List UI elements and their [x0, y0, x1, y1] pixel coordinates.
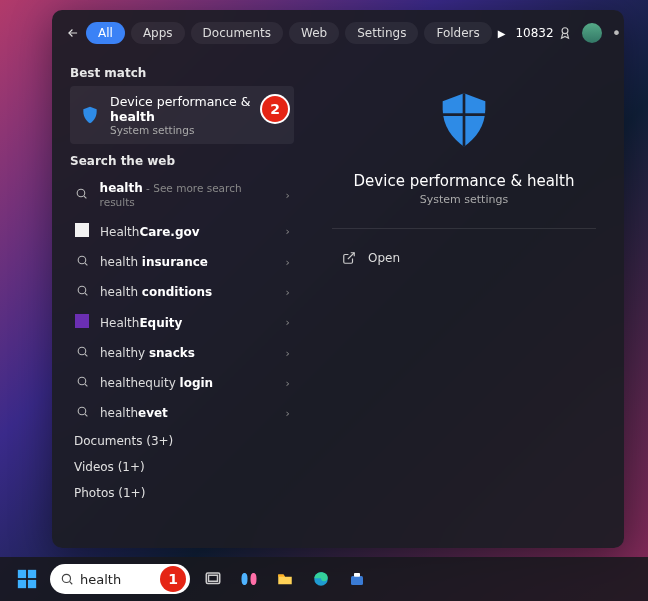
play-icon[interactable]: ▶: [498, 28, 506, 39]
chevron-right-icon: ›: [286, 286, 290, 299]
best-match-label: Best match: [70, 66, 304, 80]
web-result-item[interactable]: health conditions›: [70, 277, 294, 307]
svg-line-6: [85, 293, 87, 295]
svg-line-12: [85, 414, 87, 416]
avatar[interactable]: [582, 23, 602, 43]
svg-point-11: [78, 407, 86, 415]
search-icon: [74, 254, 90, 270]
tab-documents[interactable]: Documents: [191, 22, 283, 44]
best-match-title: Device performance & health: [110, 94, 284, 124]
detail-pane: Device performance & health System setti…: [304, 54, 624, 548]
svg-point-5: [78, 286, 86, 294]
start-button[interactable]: [14, 566, 40, 592]
web-result-item[interactable]: healthevet›: [70, 398, 294, 428]
tab-settings[interactable]: Settings: [345, 22, 418, 44]
results-column: Best match Device performance & health S…: [52, 54, 304, 548]
web-result-item[interactable]: healthy snacks›: [70, 338, 294, 368]
search-panel: All Apps Documents Web Settings Folders …: [52, 10, 624, 548]
web-result-text: healthy snacks: [100, 346, 195, 360]
chevron-right-icon: ›: [286, 347, 290, 360]
svg-line-8: [85, 354, 87, 356]
web-result-text: health conditions: [100, 285, 212, 299]
site-icon: [74, 314, 90, 331]
documents-group[interactable]: Documents (3+): [70, 428, 304, 454]
svg-rect-16: [18, 570, 26, 578]
shield-icon: [80, 105, 100, 125]
svg-rect-17: [28, 570, 36, 578]
copilot-icon[interactable]: [236, 566, 262, 592]
web-result-item[interactable]: health - See more search results›: [70, 174, 294, 216]
svg-line-4: [85, 263, 87, 265]
tab-all[interactable]: All: [86, 22, 125, 44]
taskbar: 1: [0, 557, 648, 601]
chevron-right-icon: ›: [286, 316, 290, 329]
videos-group[interactable]: Videos (1+): [70, 454, 304, 480]
search-icon: [74, 284, 90, 300]
rewards-icon: [558, 26, 572, 40]
svg-rect-25: [351, 576, 363, 585]
rewards-points[interactable]: 10832: [515, 26, 571, 40]
store-icon[interactable]: [344, 566, 370, 592]
svg-rect-19: [28, 580, 36, 588]
web-result-item[interactable]: healthequity login›: [70, 368, 294, 398]
photos-group[interactable]: Photos (1+): [70, 480, 304, 506]
back-button[interactable]: [66, 20, 80, 46]
arrow-left-icon: [66, 26, 80, 40]
web-result-item[interactable]: HealthCare.gov›: [70, 216, 294, 247]
open-button[interactable]: Open: [342, 251, 400, 265]
open-label: Open: [368, 251, 400, 265]
chevron-right-icon: ›: [286, 377, 290, 390]
chevron-right-icon: ›: [286, 407, 290, 420]
svg-line-10: [85, 384, 87, 386]
chevron-right-icon: ›: [286, 225, 290, 238]
svg-point-3: [78, 256, 86, 264]
svg-line-2: [84, 196, 86, 198]
svg-rect-26: [354, 573, 360, 577]
search-icon: [74, 345, 90, 361]
svg-rect-18: [18, 580, 26, 588]
svg-line-21: [70, 582, 73, 585]
task-view-icon[interactable]: [200, 566, 226, 592]
svg-point-20: [62, 574, 70, 582]
svg-point-9: [78, 377, 86, 385]
search-icon: [74, 405, 90, 421]
web-result-text: health insurance: [100, 255, 208, 269]
file-explorer-icon[interactable]: [272, 566, 298, 592]
svg-point-0: [562, 28, 568, 34]
web-result-text: HealthCare.gov: [100, 225, 200, 239]
svg-rect-23: [209, 575, 218, 581]
site-icon: [74, 223, 90, 240]
points-value: 10832: [515, 26, 553, 40]
taskbar-search[interactable]: 1: [50, 564, 190, 594]
web-result-text: health - See more search results: [100, 181, 276, 209]
search-topbar: All Apps Documents Web Settings Folders …: [52, 10, 624, 54]
tab-apps[interactable]: Apps: [131, 22, 185, 44]
svg-point-1: [77, 189, 85, 197]
more-icon[interactable]: •••: [612, 24, 624, 43]
open-icon: [342, 251, 356, 265]
shield-icon: [432, 88, 496, 156]
tab-folders[interactable]: Folders: [424, 22, 491, 44]
web-result-text: healthequity login: [100, 376, 213, 390]
annotation-marker-2: 2: [262, 96, 288, 122]
chevron-right-icon: ›: [286, 189, 290, 202]
search-icon: [74, 375, 90, 391]
best-match-subtitle: System settings: [110, 124, 284, 136]
search-icon: [74, 187, 90, 203]
edge-icon[interactable]: [308, 566, 334, 592]
web-result-text: HealthEquity: [100, 316, 182, 330]
search-input[interactable]: [80, 572, 150, 587]
svg-point-7: [78, 347, 86, 355]
chevron-right-icon: ›: [286, 256, 290, 269]
search-icon: [60, 572, 74, 586]
web-result-item[interactable]: HealthEquity›: [70, 307, 294, 338]
detail-subtitle: System settings: [420, 193, 508, 206]
svg-line-15: [348, 253, 354, 259]
web-result-item[interactable]: health insurance›: [70, 247, 294, 277]
search-web-label: Search the web: [70, 154, 304, 168]
annotation-marker-1: 1: [160, 566, 186, 592]
divider: [332, 228, 596, 229]
best-match-item[interactable]: Device performance & health System setti…: [70, 86, 294, 144]
tab-web[interactable]: Web: [289, 22, 339, 44]
detail-title: Device performance & health: [354, 172, 575, 190]
